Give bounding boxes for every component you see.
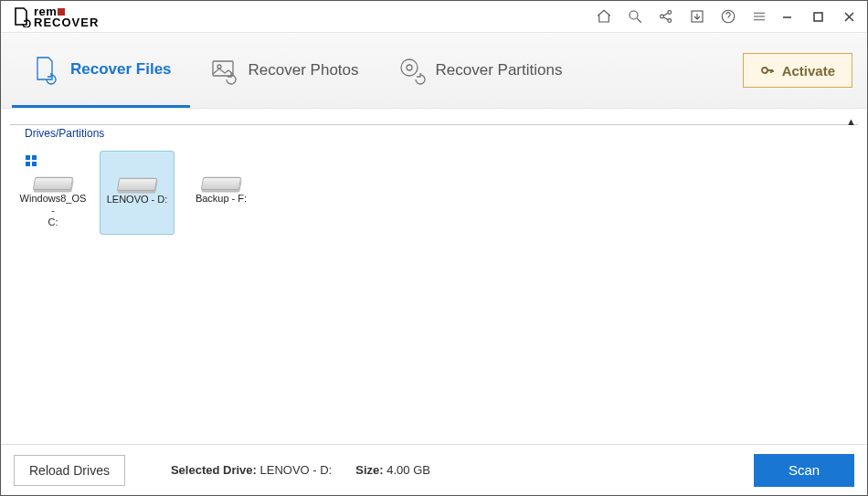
key-icon [760, 63, 775, 78]
menu-icon[interactable] [750, 7, 768, 26]
svg-rect-7 [213, 61, 233, 76]
drive-label: LENOVO - D: [107, 194, 168, 206]
files-icon [30, 54, 61, 85]
titlebar: rem RECOVER [1, 1, 867, 32]
close-button[interactable] [836, 5, 862, 27]
search-icon[interactable] [626, 7, 644, 26]
selected-drive-value: LENOVO - D: [260, 463, 333, 477]
drive-icon [31, 156, 75, 189]
svg-point-0 [630, 11, 638, 19]
collapse-toggle[interactable]: ▲ [846, 116, 856, 127]
selected-drive-key: Selected Drive: [171, 463, 257, 477]
titlebar-icons [595, 7, 768, 26]
reload-drives-button[interactable]: Reload Drives [14, 455, 125, 486]
logo-doc-icon [10, 5, 32, 27]
status-text: Selected Drive: LENOVO - D: Size: 4.00 G… [171, 463, 430, 477]
maximize-button[interactable] [805, 5, 831, 27]
partitions-icon [396, 55, 427, 86]
svg-rect-15 [32, 162, 37, 166]
tab-recover-partitions[interactable]: Recover Partitions [377, 33, 581, 108]
drive-item-d[interactable]: LENOVO - D: [100, 151, 175, 235]
bottombar: Reload Drives Selected Drive: LENOVO - D… [1, 444, 867, 495]
svg-point-11 [762, 68, 767, 73]
share-icon[interactable] [657, 7, 675, 26]
svg-point-1 [661, 15, 664, 18]
minimize-button[interactable] [774, 5, 799, 27]
drives-list: Windows8_OS - C: LENOVO - D: Backup - F: [12, 134, 856, 235]
svg-rect-13 [32, 155, 37, 160]
svg-rect-12 [26, 155, 30, 160]
tab-label: Recover Partitions [436, 61, 563, 79]
svg-point-3 [668, 19, 672, 23]
home-icon[interactable] [595, 7, 613, 26]
svg-rect-14 [26, 162, 30, 166]
svg-point-2 [668, 11, 672, 15]
brand-top: rem [34, 5, 99, 18]
import-icon[interactable] [688, 7, 706, 26]
svg-point-10 [407, 65, 412, 70]
activate-label: Activate [782, 63, 835, 79]
section-divider [10, 124, 858, 125]
activate-button[interactable]: Activate [743, 53, 852, 88]
drive-item-c[interactable]: Windows8_OS - C: [16, 151, 90, 235]
section-title: Drives/Partitions [23, 127, 106, 140]
content-area: Drives/Partitions ▲ Windows8_OS - C: LEN… [1, 109, 867, 444]
drive-label: Backup - F: [196, 193, 247, 205]
tabbar: Recover Files Recover Photos Recover Par… [1, 32, 867, 109]
windows-badge-icon [25, 154, 37, 167]
drive-icon [199, 156, 243, 189]
brand-dot [58, 8, 65, 16]
drive-item-f[interactable]: Backup - F: [184, 151, 259, 235]
window-controls [774, 5, 862, 27]
size-value: 4.00 GB [386, 463, 430, 477]
help-icon[interactable] [719, 7, 737, 26]
app-window: rem RECOVER Recover Files [0, 0, 868, 496]
scan-button[interactable]: Scan [754, 454, 854, 487]
tab-label: Recover Files [70, 60, 172, 79]
app-logo: rem RECOVER [10, 5, 99, 29]
tab-label: Recover Photos [249, 61, 359, 79]
tab-recover-files[interactable]: Recover Files [12, 33, 190, 108]
drive-icon [115, 157, 159, 190]
drive-label: Windows8_OS - C: [17, 193, 89, 229]
svg-point-9 [401, 59, 418, 76]
tab-recover-photos[interactable]: Recover Photos [190, 33, 377, 108]
svg-rect-6 [814, 13, 822, 21]
photos-icon [208, 55, 239, 86]
size-key: Size: [355, 463, 383, 477]
